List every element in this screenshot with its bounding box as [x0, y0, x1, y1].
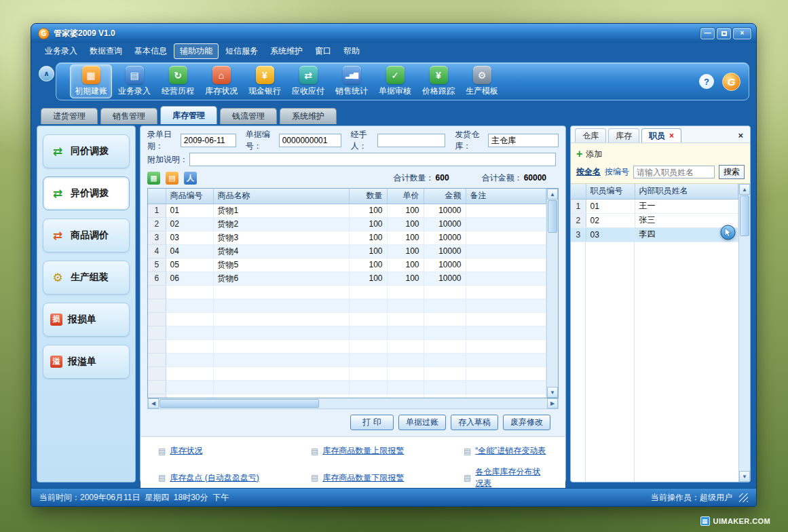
table-cell[interactable]: 100 [349, 231, 387, 244]
table-cell[interactable]: 100 [349, 204, 387, 217]
toolbar-item-initial-setup[interactable]: ▦ 初期建账 [70, 64, 112, 98]
tab-sales-management[interactable]: 销售管理 [100, 108, 157, 124]
tab-system-maintenance[interactable]: 系统维护 [280, 108, 337, 124]
handler-input[interactable] [377, 134, 445, 147]
scroll-left-button[interactable]: ◀ [148, 398, 159, 408]
panel-close-icon[interactable]: × [735, 130, 746, 140]
table-row[interactable]: 3 03 货物3 100 100 10000 [148, 231, 546, 244]
picker-tab-inventory[interactable]: 库存 [608, 128, 639, 142]
post-document-button[interactable]: 单据过账 [398, 415, 446, 430]
menu-item-aux-functions[interactable]: 辅助功能 [174, 43, 219, 59]
sidebar-item-overflow-report[interactable]: 溢 报溢单 [43, 345, 130, 379]
date-input[interactable] [181, 134, 236, 147]
table-cell[interactable]: 货物4 [213, 244, 349, 258]
staff-row-selected[interactable]: 3 03 李四 [571, 227, 738, 242]
table-cell[interactable]: 02 [586, 213, 635, 227]
staff-row[interactable]: 1 01 王一 [571, 199, 738, 213]
table-cell[interactable]: 01 [166, 204, 213, 217]
table-cell[interactable] [466, 271, 546, 285]
toolbar-item-price-tracking[interactable]: ¥ 价格跟踪 [417, 64, 459, 98]
scroll-right-button[interactable]: ▶ [547, 398, 558, 408]
minimize-button[interactable]: — [700, 28, 715, 39]
table-cell[interactable] [466, 244, 546, 258]
table-cell[interactable]: 王一 [635, 199, 738, 213]
menu-item-business-entry[interactable]: 业务录入 [39, 44, 83, 58]
staff-search-input[interactable] [633, 166, 715, 178]
table-cell[interactable]: 100 [387, 217, 424, 231]
table-cell[interactable] [466, 204, 546, 217]
menu-item-help[interactable]: 帮助 [338, 44, 365, 58]
table-cell[interactable]: 货物5 [213, 258, 349, 271]
table-cell[interactable]: 10000 [424, 204, 466, 217]
table-cell[interactable]: 01 [586, 199, 635, 213]
table-cell[interactable]: 100 [387, 231, 424, 244]
add-row[interactable]: + 添加 [576, 147, 745, 161]
table-cell[interactable]: 03 [586, 227, 635, 242]
table-cell[interactable]: 10000 [424, 217, 466, 231]
table-cell[interactable] [466, 217, 546, 231]
tab-inventory-management[interactable]: 库存管理 [160, 106, 217, 124]
table-cell[interactable]: 100 [349, 271, 387, 285]
link-qty-upper-limit-alert[interactable]: ▤库存商品数量上限报警 [311, 445, 464, 457]
table-cell[interactable]: 03 [166, 231, 213, 244]
warehouse-input[interactable] [488, 134, 559, 147]
table-cell[interactable]: 货物2 [213, 217, 349, 231]
menu-item-basic-info[interactable]: 基本信息 [129, 44, 172, 58]
toolbar-item-receivable-payable[interactable]: ⇄ 应收应付 [287, 64, 329, 98]
discard-changes-button[interactable]: 废弃修改 [503, 415, 550, 430]
table-cell[interactable]: 货物6 [213, 271, 349, 285]
resize-grip[interactable] [739, 493, 748, 502]
picker-tab-warehouse[interactable]: 仓库 [575, 128, 606, 142]
scrollbar-thumb[interactable] [160, 399, 319, 408]
toolbar-item-document-audit[interactable]: ✓ 单据审核 [374, 64, 416, 98]
table-cell[interactable]: 货物3 [213, 231, 349, 244]
toolbar-item-sales-stats[interactable]: ▂▅▇ 销售统计 [331, 64, 373, 98]
list-view-icon[interactable]: ▤ [166, 172, 179, 185]
table-cell[interactable]: 10000 [424, 271, 466, 285]
toolbar-item-business-history[interactable]: ↻ 经营历程 [157, 64, 199, 98]
billno-input[interactable] [279, 134, 341, 147]
table-cell[interactable]: 100 [387, 271, 424, 285]
table-cell[interactable]: 10000 [424, 231, 466, 244]
search-button[interactable]: 搜索 [719, 165, 745, 179]
menu-item-window[interactable]: 窗口 [309, 44, 337, 58]
table-cell[interactable]: 10000 [424, 244, 466, 258]
link-qty-lower-limit-alert[interactable]: ▤库存商品数量下限报警 [311, 466, 464, 489]
toolbar-collapse-button[interactable]: ∧ [39, 66, 54, 81]
filter-by-code[interactable]: 按编号 [605, 166, 629, 178]
filter-by-fullname[interactable]: 按全名 [576, 166, 601, 178]
menu-item-sms-service[interactable]: 短信服务 [220, 44, 263, 58]
note-input[interactable] [189, 153, 556, 166]
toolbar-item-cash-bank[interactable]: ¥ 现金银行 [244, 64, 286, 98]
link-stocktaking[interactable]: ▤库存盘点 (自动盘盈盘亏) [158, 466, 311, 489]
table-cell[interactable]: 04 [166, 244, 213, 258]
maximize-button[interactable] [717, 28, 731, 39]
table-cell[interactable]: 100 [349, 244, 387, 258]
sidebar-item-loss-report[interactable]: 损 报损单 [43, 303, 130, 337]
scrollbar-thumb[interactable] [548, 200, 557, 233]
table-cell[interactable]: 10000 [424, 258, 466, 271]
table-row[interactable]: 6 06 货物6 100 100 10000 [148, 271, 546, 285]
table-cell[interactable]: 05 [166, 258, 213, 271]
table-cell[interactable]: 02 [166, 217, 213, 231]
table-cell[interactable] [466, 231, 546, 244]
scrollbar-thumb[interactable] [740, 195, 749, 236]
grid-view-icon[interactable]: ▦ [147, 172, 160, 185]
sidebar-item-same-price-transfer[interactable]: ⇄ 同价调拨 [43, 134, 130, 168]
scroll-up-button[interactable]: ▲ [739, 184, 750, 195]
toolbar-item-business-entry[interactable]: ▤ 业务录入 [113, 64, 155, 98]
toolbar-item-inventory-status[interactable]: ⌂ 库存状况 [200, 64, 242, 98]
save-draft-button[interactable]: 存入草稿 [451, 415, 498, 430]
table-cell[interactable]: 100 [387, 258, 424, 271]
table-cell[interactable] [466, 258, 546, 271]
table-cell[interactable]: 100 [387, 244, 424, 258]
table-cell[interactable]: 货物1 [213, 204, 349, 217]
table-cell[interactable]: 100 [349, 217, 387, 231]
picker-tab-staff[interactable]: 职员 × [641, 128, 681, 142]
staff-row[interactable]: 2 02 张三 [571, 213, 738, 227]
link-warehouse-distribution-report[interactable]: ▤各仓库库存分布状况表 [464, 466, 548, 489]
tab-purchase-management[interactable]: 进货管理 [41, 108, 98, 124]
table-cell[interactable]: 100 [349, 258, 387, 271]
scroll-down-button[interactable]: ▼ [547, 387, 558, 398]
scroll-up-button[interactable]: ▲ [547, 189, 558, 200]
